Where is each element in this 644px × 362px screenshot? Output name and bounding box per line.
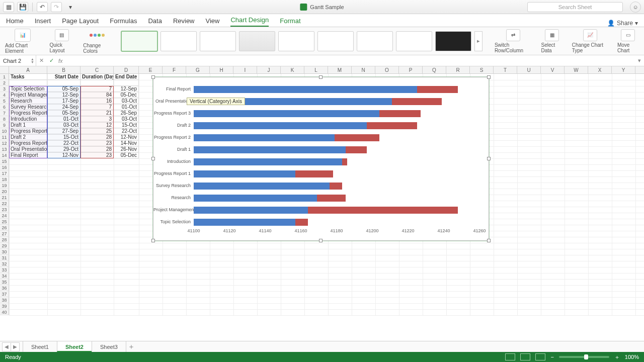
row-header[interactable]: 4 xyxy=(0,92,9,98)
column-header[interactable]: V xyxy=(541,66,565,73)
row-header[interactable]: 20 xyxy=(0,189,9,195)
row-header[interactable]: 19 xyxy=(0,183,9,189)
tab-review[interactable]: Review xyxy=(173,17,195,27)
column-header[interactable]: U xyxy=(517,66,541,73)
column-header[interactable]: O xyxy=(375,66,399,73)
row-header[interactable]: 22 xyxy=(0,201,9,207)
row-header[interactable]: 35 xyxy=(0,279,9,285)
column-header[interactable]: C xyxy=(80,66,114,73)
add-sheet-button[interactable]: ＋ xyxy=(126,342,136,351)
collapse-formula-bar[interactable]: ▾ xyxy=(635,57,644,64)
switch-row-column-button[interactable]: ⇄Switch Row/Column xyxy=(493,29,534,53)
row-header[interactable]: 18 xyxy=(0,176,9,183)
row-header[interactable]: 12 xyxy=(0,140,9,146)
search-input[interactable]: Search Sheet xyxy=(527,2,623,12)
row-header[interactable]: 17 xyxy=(0,170,9,176)
row-header[interactable]: 37 xyxy=(0,291,9,297)
column-header[interactable]: P xyxy=(399,66,423,73)
row-header[interactable]: 5 xyxy=(0,98,9,104)
sheet-nav-prev[interactable]: ◀ xyxy=(2,342,11,351)
row-header[interactable]: 27 xyxy=(0,231,9,237)
chart-category-label[interactable]: Progress Report 1 xyxy=(153,170,191,176)
row-header[interactable]: 16 xyxy=(0,164,9,170)
row-header[interactable]: 2 xyxy=(0,80,9,86)
row-header[interactable]: 36 xyxy=(0,285,9,291)
style-4[interactable] xyxy=(239,31,275,51)
sheet-tab[interactable]: Sheet2 xyxy=(57,341,92,352)
column-header[interactable]: J xyxy=(257,66,281,73)
row-header[interactable]: 38 xyxy=(0,297,9,303)
style-6[interactable] xyxy=(317,31,354,51)
app-menu-button[interactable]: ▦ xyxy=(3,2,14,12)
sheet-tab[interactable]: Sheet1 xyxy=(23,341,57,352)
chart-category-label[interactable]: Topic Selection xyxy=(153,219,191,225)
style-2[interactable] xyxy=(160,31,197,51)
tab-data[interactable]: Data xyxy=(148,17,162,27)
sheet-nav-next[interactable]: ▶ xyxy=(11,342,20,351)
chart-category-label[interactable]: Project Management xyxy=(153,207,191,213)
column-header[interactable]: H xyxy=(210,66,233,73)
column-header[interactable]: W xyxy=(565,66,588,73)
style-5[interactable] xyxy=(278,31,314,51)
save-button[interactable]: 💾 xyxy=(17,2,28,12)
style-1[interactable] xyxy=(121,31,157,51)
tab-page-layout[interactable]: Page Layout xyxy=(62,17,99,27)
share-button[interactable]: 👤 Share ▾ xyxy=(607,20,638,27)
tab-formulas[interactable]: Formulas xyxy=(110,17,137,27)
row-header[interactable]: 8 xyxy=(0,116,9,122)
row-header[interactable]: 11 xyxy=(0,134,9,140)
row-header[interactable]: 32 xyxy=(0,261,9,267)
view-page-layout-button[interactable] xyxy=(520,353,530,360)
redo-button[interactable]: ↷ xyxy=(51,2,62,12)
chart-category-label[interactable]: Oral Presentation xyxy=(153,98,191,104)
row-header[interactable]: 13 xyxy=(0,146,9,152)
row-header[interactable]: 14 xyxy=(0,152,9,158)
row-header[interactable]: 30 xyxy=(0,249,9,255)
row-header[interactable]: 28 xyxy=(0,237,9,243)
view-page-break-button[interactable] xyxy=(535,353,545,360)
chart-category-label[interactable]: Progress Report 3 xyxy=(153,110,191,116)
row-header[interactable]: 6 xyxy=(0,104,9,110)
row-header[interactable]: 21 xyxy=(0,195,9,201)
column-header[interactable]: B xyxy=(47,66,80,73)
column-header[interactable]: D xyxy=(114,66,139,73)
column-header[interactable]: G xyxy=(186,66,210,73)
column-header[interactable]: T xyxy=(494,66,517,73)
zoom-level[interactable]: 100% xyxy=(625,354,639,360)
chart-styles-gallery[interactable]: ▸ xyxy=(121,31,482,51)
zoom-out-button[interactable]: − xyxy=(550,354,553,360)
chart-object[interactable]: Final ReportOral PresentationProgress Re… xyxy=(153,77,489,241)
row-header[interactable]: 25 xyxy=(0,219,9,225)
column-header[interactable]: S xyxy=(470,66,494,73)
tab-view[interactable]: View xyxy=(206,17,220,27)
column-header[interactable]: Q xyxy=(423,66,446,73)
style-scroll-next[interactable]: ▸ xyxy=(474,31,482,51)
chart-category-label[interactable]: Introduction xyxy=(153,158,191,164)
chart-category-label[interactable]: Draft 2 xyxy=(153,122,191,128)
column-header[interactable]: F xyxy=(163,66,186,73)
style-9[interactable] xyxy=(435,31,471,51)
row-header[interactable]: 31 xyxy=(0,255,9,261)
chart-category-label[interactable]: Survey Research xyxy=(153,183,191,189)
row-header[interactable]: 9 xyxy=(0,122,9,128)
row-header[interactable]: 3 xyxy=(0,86,9,92)
tab-format[interactable]: Format xyxy=(280,17,300,27)
row-header[interactable]: 10 xyxy=(0,128,9,134)
undo-button[interactable]: ↶ xyxy=(37,2,48,12)
feedback-button[interactable]: ☺ xyxy=(630,2,641,13)
column-header[interactable]: N xyxy=(352,66,375,73)
style-8[interactable] xyxy=(396,31,432,51)
column-header[interactable]: K xyxy=(281,66,304,73)
column-header[interactable]: E xyxy=(139,66,163,73)
zoom-slider[interactable] xyxy=(559,356,609,358)
sheet-tab[interactable]: Sheet3 xyxy=(92,341,126,352)
change-colors-button[interactable]: Change Colors xyxy=(81,29,113,54)
row-header[interactable]: 7 xyxy=(0,110,9,116)
row-header[interactable]: 29 xyxy=(0,243,9,249)
chart-category-label[interactable]: Draft 1 xyxy=(153,146,191,152)
add-chart-element-button[interactable]: 📊 Add Chart Element xyxy=(3,29,43,54)
tab-insert[interactable]: Insert xyxy=(35,17,51,27)
chart-category-label[interactable]: Research xyxy=(153,195,191,201)
row-header[interactable]: 23 xyxy=(0,207,9,213)
accept-formula-button[interactable]: ✓ xyxy=(46,57,56,64)
